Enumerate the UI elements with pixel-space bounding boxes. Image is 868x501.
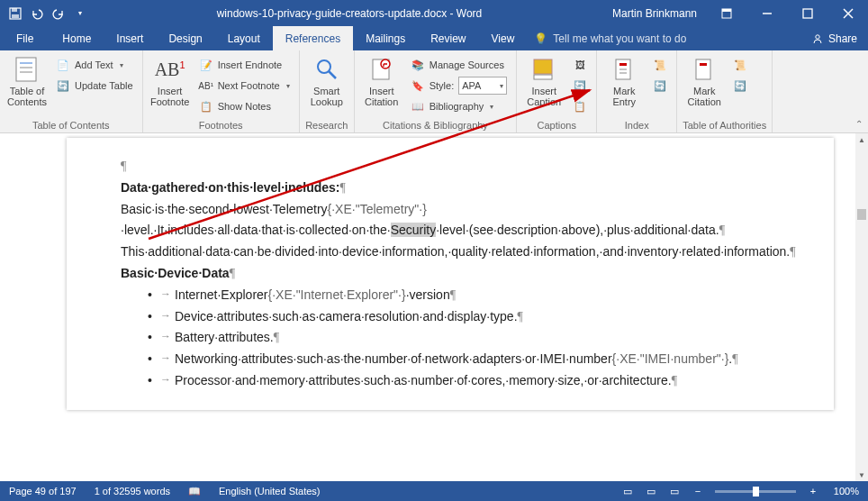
style-label: Style: xyxy=(429,80,455,91)
status-language[interactable]: English (United States) xyxy=(210,486,330,496)
vertical-scrollbar[interactable]: ▲ ▼ xyxy=(855,133,868,481)
minimize-icon[interactable] xyxy=(746,0,787,26)
tab-layout[interactable]: Layout xyxy=(215,26,273,50)
para-empty xyxy=(121,156,780,178)
add-text-icon: 📄 xyxy=(56,58,70,72)
status-page[interactable]: Page 49 of 197 xyxy=(0,486,86,496)
show-notes-label: Show Notes xyxy=(218,101,271,112)
tab-insert[interactable]: Insert xyxy=(104,26,156,50)
mark-entry-button[interactable]: Mark Entry xyxy=(602,53,646,107)
zoom-slider[interactable] xyxy=(715,490,796,493)
tab-view[interactable]: View xyxy=(479,26,528,50)
bibliography-button[interactable]: 📖Bibliography▾ xyxy=(407,96,511,116)
insert-footnote-button[interactable]: AB1 Insert Footnote xyxy=(149,53,192,107)
next-footnote-label: Next Footnote xyxy=(218,80,280,91)
scroll-up-icon[interactable]: ▲ xyxy=(855,133,868,146)
list-item: →Battery·attributes. xyxy=(148,327,780,349)
para-1: Basic·is·the·second-lowest·Telemetry{·XE… xyxy=(121,199,780,242)
manage-sources-button[interactable]: 📚Manage Sources xyxy=(407,55,511,75)
toa-opt1[interactable]: 📜 xyxy=(729,55,751,75)
mark-citation-icon xyxy=(690,55,719,84)
undo-icon[interactable] xyxy=(27,4,47,23)
caption-opt3[interactable]: 📋 xyxy=(569,96,591,116)
redo-icon[interactable] xyxy=(49,4,68,23)
update-icon: 🔄 xyxy=(56,78,70,93)
smart-lookup-button[interactable]: Smart Lookup xyxy=(305,53,348,107)
toa-opt1-icon: 📜 xyxy=(733,58,747,72)
bulb-icon: 💡 xyxy=(534,32,547,45)
index-opt1[interactable]: 📜 xyxy=(649,55,671,75)
ribbon-display-icon[interactable] xyxy=(706,0,746,26)
tab-file[interactable]: File xyxy=(0,26,50,50)
caption-icon xyxy=(529,55,558,84)
list-item: →Device·attributes·such·as·camera·resolu… xyxy=(148,306,780,328)
tell-me[interactable]: 💡Tell me what you want to do xyxy=(527,26,800,50)
lookup-icon xyxy=(312,55,341,84)
user-name[interactable]: Martin Brinkmann xyxy=(603,7,706,20)
caption-opt2[interactable]: 🔄 xyxy=(569,76,591,96)
svg-rect-24 xyxy=(696,59,710,79)
tab-design[interactable]: Design xyxy=(156,26,214,50)
svg-rect-4 xyxy=(722,9,731,12)
list-item: →Internet·Explorer{·XE·"Internet·Explore… xyxy=(148,285,780,306)
close-icon[interactable] xyxy=(827,0,868,26)
scroll-down-icon[interactable]: ▼ xyxy=(855,469,868,481)
svg-line-15 xyxy=(329,71,336,78)
group-research: Research xyxy=(305,118,348,131)
style-value: APA xyxy=(462,80,481,91)
tab-mailings[interactable]: Mailings xyxy=(353,26,418,50)
caption-opt1[interactable]: 🖼 xyxy=(569,55,591,75)
view-web-icon[interactable]: ▭ xyxy=(663,481,686,501)
insert-caption-button[interactable]: Insert Caption xyxy=(522,53,565,107)
next-footnote-button[interactable]: AB¹Next Footnote▾ xyxy=(195,76,294,96)
show-notes-button[interactable]: 📋Show Notes xyxy=(195,96,294,116)
insert-endnote-button[interactable]: 📝Insert Endnote xyxy=(195,55,294,75)
group-footnotes: Footnotes xyxy=(149,118,294,131)
toa-opt2[interactable]: 🔄 xyxy=(729,76,751,96)
view-read-icon[interactable]: ▭ xyxy=(616,481,639,501)
style-selector[interactable]: 🔖Style:APA▾ xyxy=(407,76,511,96)
insert-citation-button[interactable]: Insert Citation xyxy=(360,53,403,107)
style-select[interactable]: APA▾ xyxy=(458,77,507,95)
save-icon[interactable] xyxy=(5,4,25,23)
document-area[interactable]: Data·gathered·on·this·level·includes: Ba… xyxy=(0,133,855,481)
zoom-in-icon[interactable]: + xyxy=(801,481,825,501)
toc-icon xyxy=(13,55,41,84)
update-table-button[interactable]: 🔄Update Table xyxy=(52,76,137,96)
footnote-label: Insert Footnote xyxy=(150,86,189,107)
group-captions: Captions xyxy=(522,118,591,131)
index-opt2[interactable]: 🔄 xyxy=(649,76,671,96)
scroll-thumb[interactable] xyxy=(857,209,866,220)
add-text-button[interactable]: 📄Add Text▾ xyxy=(52,55,137,75)
footnote-icon: AB1 xyxy=(156,55,185,84)
share-label: Share xyxy=(828,32,857,45)
toc-button[interactable]: Table of Contents xyxy=(5,53,49,107)
view-print-icon[interactable]: ▭ xyxy=(639,481,663,501)
collapse-ribbon-icon[interactable]: ⌃ xyxy=(855,119,863,129)
manage-sources-label: Manage Sources xyxy=(429,59,504,70)
para-2: This·additional·data·can·be·divided·into… xyxy=(121,241,780,263)
share-button[interactable]: Share xyxy=(800,26,868,50)
bibliography-label: Bibliography xyxy=(429,101,484,112)
qat-customize-icon[interactable]: ▾ xyxy=(70,4,90,23)
sources-icon: 📚 xyxy=(411,58,425,72)
status-words[interactable]: 1 of 32595 words xyxy=(86,486,179,496)
zoom-out-icon[interactable]: − xyxy=(686,481,710,501)
bibliography-icon: 📖 xyxy=(411,99,425,114)
lookup-label: Smart Lookup xyxy=(311,86,343,107)
index-opt1-icon: 📜 xyxy=(653,58,667,72)
page[interactable]: Data·gathered·on·this·level·includes: Ba… xyxy=(67,138,834,410)
endnote-label: Insert Endnote xyxy=(218,59,283,70)
status-proofing-icon[interactable]: 📖 xyxy=(179,486,210,497)
tab-home[interactable]: Home xyxy=(50,26,104,50)
next-footnote-icon: AB¹ xyxy=(199,78,213,93)
zoom-value[interactable]: 100% xyxy=(825,486,868,496)
zoom-knob[interactable] xyxy=(753,487,759,496)
maximize-icon[interactable] xyxy=(787,0,827,26)
mark-citation-button[interactable]: Mark Citation xyxy=(683,53,726,107)
tab-review[interactable]: Review xyxy=(418,26,478,50)
tab-references[interactable]: References xyxy=(273,26,353,50)
svg-rect-6 xyxy=(803,9,812,18)
group-index: Index xyxy=(602,118,671,131)
caption-opt2-icon: 🔄 xyxy=(573,78,587,93)
